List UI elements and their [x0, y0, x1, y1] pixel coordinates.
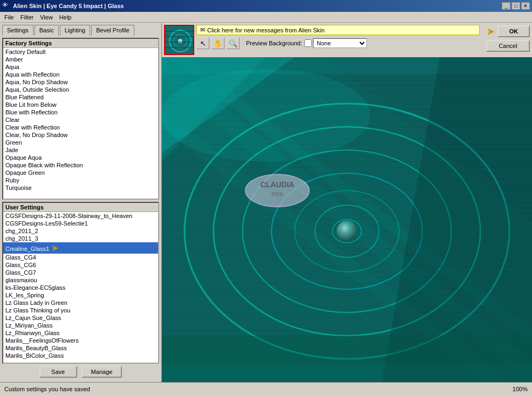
zoom-level: 100% — [513, 386, 528, 392]
list-item[interactable]: Blue with Reflection — [3, 108, 158, 116]
list-item[interactable]: Ruby — [3, 176, 158, 184]
list-item[interactable]: Lz_Cajun Sue_Glass — [3, 314, 158, 322]
top-area: ✉ Click here for new messages from Alien… — [162, 23, 532, 57]
ok-cancel-area: ➤ OK Cancel — [482, 25, 530, 52]
toolbar-controls: ↖ ✋ 🔍 Preview Background: None White Bla… — [196, 37, 480, 49]
preview-canvas: CLAUDIA PRK — [162, 57, 532, 382]
menu-view[interactable]: View — [37, 13, 56, 22]
tab-settings[interactable]: Settings — [2, 25, 33, 36]
user-settings-body[interactable]: CGSFDesigns-29-11-2008-Stairway_to_Heave… — [3, 212, 158, 361]
right-panel: ✉ Click here for new messages from Alien… — [162, 23, 532, 382]
list-item[interactable]: Marilis__FeelingsOfFlowers — [3, 337, 158, 344]
svg-text:CLAUDIA: CLAUDIA — [261, 180, 295, 189]
list-item[interactable]: Amber — [3, 56, 158, 63]
window-title: Alien Skin | Eye Candy 5 Impact | Glass — [13, 3, 502, 9]
manage-button[interactable]: Manage — [81, 366, 122, 378]
list-item[interactable]: Opaque Aqua — [3, 154, 158, 161]
list-item[interactable]: Aqua with Reflection — [3, 71, 158, 78]
preview-bg-control: None White Black Checkerboard — [304, 38, 367, 48]
status-message: Custom settings you have saved — [4, 386, 90, 392]
zoom-tool-button[interactable]: 🔍 — [227, 37, 240, 49]
status-bar: Custom settings you have saved 100% — [0, 382, 532, 395]
left-panel: Settings Basic Lighting Bevel Profile Fa… — [0, 23, 162, 382]
ok-arrow-icon: ➤ — [486, 25, 495, 38]
list-item[interactable]: Lz Glass Lady in Green — [3, 299, 158, 307]
window-controls[interactable]: _ □ ✕ — [502, 2, 530, 10]
menu-help[interactable]: Help — [56, 13, 75, 22]
user-settings-header: User Settings — [3, 203, 158, 212]
main-container: Settings Basic Lighting Bevel Profile Fa… — [0, 23, 532, 382]
arrow-tool-button[interactable]: ↖ — [196, 37, 209, 49]
tab-basic[interactable]: Basic — [35, 25, 59, 36]
save-button[interactable]: Save — [39, 366, 77, 378]
list-item[interactable]: CGSFDesigns-29-11-2008-Stairway_to_Heave… — [3, 212, 158, 220]
list-item[interactable]: CGSFDesigns-Les59-Selectie1 — [3, 220, 158, 227]
preview-thumbnail — [164, 25, 194, 55]
user-settings-list: User Settings CGSFDesigns-29-11-2008-Sta… — [2, 202, 159, 364]
list-item[interactable]: Glass_CG6 — [3, 261, 158, 269]
menu-file[interactable]: File — [1, 13, 17, 22]
list-item[interactable]: Lz_Miriyan_Glass — [3, 322, 158, 329]
svg-rect-85 — [162, 336, 532, 382]
tab-lighting[interactable]: Lighting — [60, 25, 91, 36]
maximize-button[interactable]: □ — [511, 2, 520, 10]
menu-bar: File Filter View Help — [0, 12, 532, 23]
list-item[interactable]: ks-Elegance-EC5glass — [3, 284, 158, 291]
hand-tool-button[interactable]: ✋ — [212, 37, 224, 49]
list-item[interactable]: chg_2011_2 — [3, 227, 158, 235]
list-item[interactable]: Clear, No Drop Shadow — [3, 131, 158, 139]
list-item[interactable]: Factory Default — [3, 48, 158, 56]
menu-filter[interactable]: Filter — [17, 13, 37, 22]
list-item[interactable]: Blue Lit from Below — [3, 101, 158, 108]
list-item[interactable]: Aqua, No Drop Shadow — [3, 78, 158, 86]
list-item[interactable]: Clear with Reflection — [3, 124, 158, 131]
factory-settings-header: Factory Settings — [3, 39, 158, 48]
list-item[interactable]: Blue Flattened — [3, 93, 158, 101]
message-icon: ✉ — [200, 26, 205, 33]
svg-point-3 — [178, 39, 182, 43]
factory-settings-body[interactable]: Factory DefaultAmberAquaAqua with Reflec… — [3, 48, 158, 197]
ok-button[interactable]: OK — [497, 25, 530, 37]
list-item[interactable]: Aqua — [3, 63, 158, 71]
tab-bevel-profile[interactable]: Bevel Profile — [91, 25, 134, 36]
cancel-button[interactable]: Cancel — [486, 40, 530, 52]
title-bar: 👁 Alien Skin | Eye Candy 5 Impact | Glas… — [0, 0, 532, 12]
list-item[interactable]: Opaque Black with Reflection — [3, 161, 158, 169]
list-item[interactable]: Clear — [3, 116, 158, 124]
list-item[interactable]: Lz Glass Thinking of you — [3, 307, 158, 314]
preview-bg-label: Preview Background: — [246, 40, 302, 46]
list-item[interactable]: Lz_Rhianwyn_Glass — [3, 329, 158, 337]
close-button[interactable]: ✕ — [521, 2, 530, 10]
list-item[interactable]: Glass_CG7 — [3, 269, 158, 276]
list-item[interactable]: Turquoise — [3, 184, 158, 192]
ok-button-wrap: ➤ OK — [486, 25, 530, 38]
minimize-button[interactable]: _ — [502, 2, 510, 10]
toolbar-right: ✉ Click here for new messages from Alien… — [196, 25, 480, 49]
preview-bg-select[interactable]: None White Black Checkerboard — [313, 38, 367, 48]
list-item[interactable]: Opaque Green — [3, 169, 158, 176]
factory-settings-list: Factory Settings Factory DefaultAmberAqu… — [2, 38, 159, 200]
settings-buttons: Save Manage — [2, 364, 159, 380]
selected-arrow-icon: ➤ — [51, 243, 58, 253]
preview-area: CLAUDIA PRK — [162, 57, 532, 382]
list-item[interactable]: LK_les_Spring — [3, 291, 158, 299]
message-text: Click here for new messages from Alien S… — [207, 27, 325, 33]
tabs: Settings Basic Lighting Bevel Profile — [2, 25, 159, 36]
svg-text:PRK: PRK — [271, 191, 284, 198]
list-item[interactable]: chg_2011_3 — [3, 235, 158, 242]
list-item[interactable]: Marilis_BiColor_Glass — [3, 352, 158, 359]
list-item[interactable]: Crealine_Glass1➤ — [3, 242, 158, 254]
list-item[interactable]: Green — [3, 139, 158, 146]
list-item[interactable]: Aqua, Outside Selection — [3, 86, 158, 93]
list-item[interactable]: glassmaxou — [3, 276, 158, 284]
list-item[interactable]: Jade — [3, 146, 158, 154]
preview-bg-checkbox[interactable] — [304, 39, 312, 47]
list-item[interactable]: Glass_CG4 — [3, 254, 158, 261]
message-bar[interactable]: ✉ Click here for new messages from Alien… — [196, 25, 480, 35]
app-icon: 👁 — [2, 2, 11, 10]
list-item[interactable]: Marilis_BeautyB_Glass — [3, 344, 158, 352]
